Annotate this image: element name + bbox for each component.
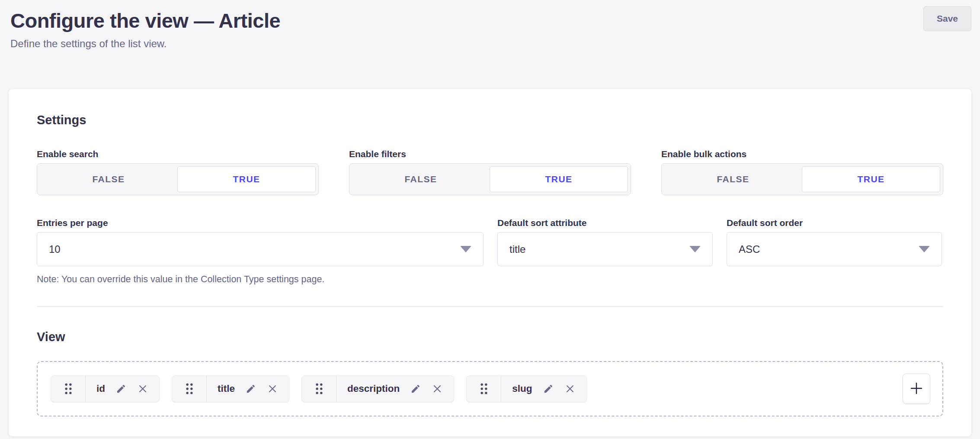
chevron-down-icon (919, 246, 930, 252)
field-chip-label: slug (512, 383, 532, 394)
field-chip-title[interactable]: title (172, 375, 289, 402)
field-chip-label: title (218, 383, 235, 394)
settings-toggle-row: Enable search FALSE TRUE Enable filters … (37, 148, 943, 195)
chip-body: description (336, 376, 454, 402)
chevron-down-icon (460, 246, 471, 252)
field-chip-description[interactable]: description (301, 375, 454, 402)
enable-search-false-option[interactable]: FALSE (40, 166, 177, 192)
default-sort-order-select[interactable]: ASC (727, 232, 942, 266)
edit-pencil-icon[interactable] (245, 383, 256, 394)
chevron-down-icon (689, 246, 701, 252)
enable-bulk-actions-false-option[interactable]: FALSE (664, 166, 802, 192)
page-title: Configure the view — Article (10, 9, 971, 33)
field-chip-id[interactable]: id (51, 375, 160, 402)
enable-filters-toggle: FALSE TRUE (349, 163, 631, 195)
entries-per-page-note: Note: You can override this value in the… (37, 273, 484, 285)
chip-body: title (207, 376, 289, 402)
field-enable-filters: Enable filters FALSE TRUE (349, 148, 631, 195)
configure-view-card: Settings Enable search FALSE TRUE Enable… (9, 89, 971, 436)
remove-field-icon[interactable] (137, 383, 148, 394)
default-sort-attribute-select[interactable]: title (497, 232, 713, 266)
field-default-sort-attribute: Default sort attribute title (497, 217, 713, 285)
field-chip-label: id (96, 383, 105, 394)
enable-filters-true-option[interactable]: TRUE (490, 166, 628, 192)
drag-handle-icon[interactable] (51, 376, 86, 402)
edit-pencil-icon[interactable] (115, 383, 127, 394)
field-enable-bulk-actions: Enable bulk actions FALSE TRUE (661, 148, 943, 195)
drag-handle-icon[interactable] (172, 376, 207, 402)
view-fields-drop-zone: id title (37, 361, 943, 416)
settings-select-row: Entries per page 10 Note: You can overri… (37, 217, 943, 285)
section-divider (37, 306, 943, 307)
remove-field-icon[interactable] (564, 383, 576, 394)
enable-filters-label: Enable filters (349, 148, 631, 160)
settings-section-heading: Settings (37, 112, 943, 128)
chip-body: id (86, 376, 159, 402)
drag-handle-icon[interactable] (467, 376, 501, 402)
field-chip-list: id title (51, 375, 587, 402)
entries-per-page-value: 10 (49, 243, 61, 255)
enable-filters-false-option[interactable]: FALSE (352, 166, 490, 192)
field-chip-label: description (347, 383, 400, 394)
page-subtitle: Define the settings of the list view. (10, 37, 971, 50)
field-default-sort-order: Default sort order ASC (727, 217, 942, 285)
add-field-icon (910, 382, 923, 396)
enable-bulk-actions-true-option[interactable]: TRUE (802, 166, 940, 192)
default-sort-attribute-label: Default sort attribute (497, 217, 713, 229)
enable-search-true-option[interactable]: TRUE (177, 166, 316, 192)
entries-per-page-label: Entries per page (37, 217, 484, 229)
chip-body: slug (501, 376, 586, 402)
remove-field-icon[interactable] (267, 383, 278, 394)
enable-search-toggle: FALSE TRUE (37, 163, 319, 195)
enable-search-label: Enable search (37, 148, 319, 160)
remove-field-icon[interactable] (432, 383, 443, 394)
enable-bulk-actions-label: Enable bulk actions (661, 148, 943, 160)
field-chip-slug[interactable]: slug (466, 375, 586, 402)
edit-pencil-icon[interactable] (410, 383, 421, 394)
entries-per-page-select[interactable]: 10 (37, 232, 484, 266)
default-sort-attribute-value: title (509, 243, 525, 255)
add-field-button[interactable] (903, 374, 930, 404)
drag-handle-icon[interactable] (302, 376, 336, 402)
view-section-heading: View (37, 329, 943, 345)
field-entries-per-page: Entries per page 10 Note: You can overri… (37, 217, 484, 285)
default-sort-order-label: Default sort order (727, 217, 942, 229)
save-button[interactable]: Save (923, 6, 971, 31)
default-sort-order-value: ASC (739, 243, 760, 255)
edit-pencil-icon[interactable] (543, 383, 554, 394)
field-enable-search: Enable search FALSE TRUE (37, 148, 319, 195)
enable-bulk-actions-toggle: FALSE TRUE (661, 163, 943, 195)
page-header: Configure the view — Article Define the … (0, 0, 980, 50)
